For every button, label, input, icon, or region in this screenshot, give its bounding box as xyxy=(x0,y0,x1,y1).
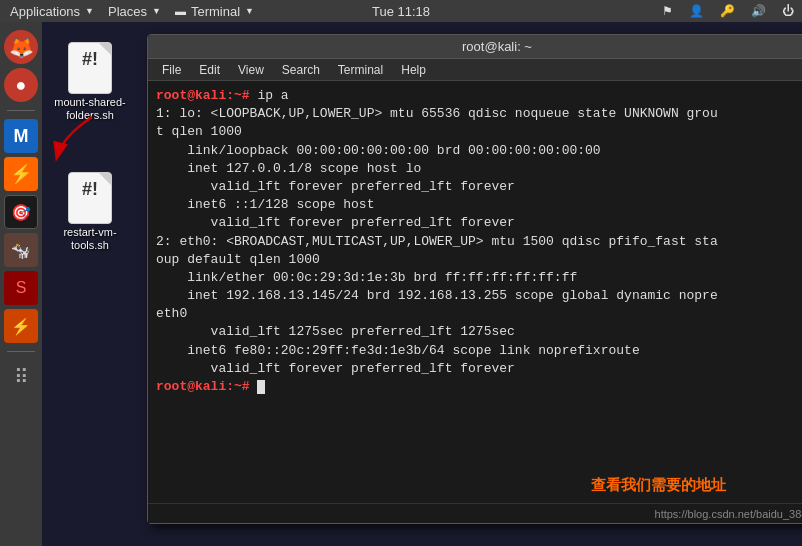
terminal-line-4: link/loopback 00:00:00:00:00:00 brd 00:0… xyxy=(156,142,802,160)
terminal-line-10: oup default qlen 1000 xyxy=(156,251,802,269)
terminal-prompt-2: root@kali:~# xyxy=(156,379,257,394)
taskbar-right: ⚑ 👤 🔑 🔊 ⏻ xyxy=(658,4,798,18)
browser-dock-icon[interactable]: 🦊 xyxy=(4,30,38,64)
terminal-menu-file[interactable]: File xyxy=(154,61,189,79)
tray-sound[interactable]: 🔊 xyxy=(747,4,770,18)
taskbar-datetime: Tue 11:18 xyxy=(372,4,430,19)
terminal-line-15: inet6 fe80::20c:29ff:fe3d:1e3b/64 scope … xyxy=(156,342,802,360)
places-label: Places xyxy=(108,4,147,19)
taskbar-left: Applications ▼ Places ▼ ▬ Terminal ▼ xyxy=(4,2,260,21)
circle-icon: ● xyxy=(16,75,27,96)
sound-icon: 🔊 xyxy=(751,4,766,18)
terminal-footer: https://blog.csdn.net/baidu_38803985 xyxy=(148,503,802,523)
mount-shared-folders-desktop-icon[interactable]: #! mount-shared-folders.sh xyxy=(50,40,130,126)
terminal-menubar: File Edit View Search Terminal Help xyxy=(148,59,802,81)
applications-label: Applications xyxy=(10,4,80,19)
terminal-label: Terminal xyxy=(191,4,240,19)
mount-shared-folders-label: mount-shared-folders.sh xyxy=(54,96,126,122)
power-icon: ⏻ xyxy=(782,4,794,18)
zaproxy-icon: 🎯 xyxy=(11,203,31,222)
taskbar: Applications ▼ Places ▼ ▬ Terminal ▼ Tue… xyxy=(0,0,802,22)
script-file-icon: #! xyxy=(68,42,112,94)
applications-arrow: ▼ xyxy=(85,6,94,16)
terminal-line-14: valid_lft 1275sec preferred_lft 1275sec xyxy=(156,323,802,341)
terminal-line-11: link/ether 00:0c:29:3d:1e:3b brd ff:ff:f… xyxy=(156,269,802,287)
dock-divider-2 xyxy=(7,351,35,352)
redtool-dock-icon[interactable]: ⚡ xyxy=(4,309,38,343)
beef-dock-icon[interactable]: 🐄 xyxy=(4,233,38,267)
terminal-menu-search[interactable]: Search xyxy=(274,61,328,79)
script-file-icon-2: #! xyxy=(68,172,112,224)
terminal-line-8: valid_lft forever preferred_lft forever xyxy=(156,214,802,232)
applications-menu[interactable]: Applications ▼ xyxy=(4,2,100,21)
terminal-menu[interactable]: ▬ Terminal ▼ xyxy=(169,2,260,21)
places-menu[interactable]: Places ▼ xyxy=(102,2,167,21)
restart-vm-tools-file-icon: #! xyxy=(66,174,114,222)
red-circle-dock-icon[interactable]: ● xyxy=(4,68,38,102)
browser-icon: 🦊 xyxy=(9,35,34,59)
restart-vm-tools-label: restart-vm-tools.sh xyxy=(54,226,126,252)
terminal-line-16: valid_lft forever preferred_lft forever xyxy=(156,360,802,378)
mount-shared-folders-file-icon: #! xyxy=(66,44,114,92)
dock-divider-1 xyxy=(7,110,35,111)
user-icon: 👤 xyxy=(689,4,704,18)
terminal-line-5: inet 127.0.0.1/8 scope host lo xyxy=(156,160,802,178)
terminal-window: root@kali: ~ File Edit View Search Termi… xyxy=(147,34,802,524)
terminal-line-6: valid_lft forever preferred_lft forever xyxy=(156,178,802,196)
terminal-titlebar: root@kali: ~ xyxy=(148,35,802,59)
tray-user[interactable]: 👤 xyxy=(685,4,708,18)
terminal-menu-edit[interactable]: Edit xyxy=(191,61,228,79)
dock: 🦊 ● M ⚡ 🎯 🐄 S ⚡ ⠿ xyxy=(0,22,42,546)
terminal-icon: ▬ xyxy=(175,5,186,17)
flag-icon: ⚑ xyxy=(662,4,673,18)
tray-indicator[interactable]: ⚑ xyxy=(658,4,677,18)
sqlmap-icon: S xyxy=(16,279,27,297)
terminal-line-3: t qlen 1000 xyxy=(156,123,802,141)
terminal-line-1: root@kali:~# ip a xyxy=(156,87,802,105)
file-corner xyxy=(99,43,111,55)
tray-network[interactable]: 🔑 xyxy=(716,4,739,18)
file-corner-2 xyxy=(99,173,111,185)
terminal-line-2: 1: lo: <LOOPBACK,UP,LOWER_UP> mtu 65536 … xyxy=(156,105,802,123)
terminal-line-17: root@kali:~# xyxy=(156,378,802,396)
terminal-title: root@kali: ~ xyxy=(462,39,532,54)
zaproxy-dock-icon[interactable]: 🎯 xyxy=(4,195,38,229)
tray-power[interactable]: ⏻ xyxy=(778,4,798,18)
terminal-menu-view[interactable]: View xyxy=(230,61,272,79)
terminal-arrow: ▼ xyxy=(245,6,254,16)
show-apps-dock-icon[interactable]: ⠿ xyxy=(4,360,38,394)
terminal-line-13: eth0 xyxy=(156,305,802,323)
terminal-menu-help[interactable]: Help xyxy=(393,61,434,79)
burpsuite-dock-icon[interactable]: ⚡ xyxy=(4,157,38,191)
burpsuite-icon: ⚡ xyxy=(10,163,32,185)
terminal-line-9: 2: eth0: <BROADCAST,MULTICAST,UP,LOWER_U… xyxy=(156,233,802,251)
redtool-icon: ⚡ xyxy=(11,317,31,336)
beef-icon: 🐄 xyxy=(11,241,31,260)
terminal-cursor xyxy=(257,380,265,394)
sqlmap-dock-icon[interactable]: S xyxy=(4,271,38,305)
places-arrow: ▼ xyxy=(152,6,161,16)
metasploit-icon: M xyxy=(14,126,29,147)
terminal-line-12: inet 192.168.13.145/24 brd 192.168.13.25… xyxy=(156,287,802,305)
terminal-prompt-1: root@kali:~# xyxy=(156,88,257,103)
network-icon: 🔑 xyxy=(720,4,735,18)
terminal-footer-link: https://blog.csdn.net/baidu_38803985 xyxy=(655,508,802,520)
metasploit-dock-icon[interactable]: M xyxy=(4,119,38,153)
terminal-line-7: inet6 ::1/128 scope host xyxy=(156,196,802,214)
terminal-cmd-1: ip a xyxy=(257,88,288,103)
desktop: #! mount-shared-folders.sh #! restart-vm… xyxy=(42,22,802,546)
restart-vm-tools-desktop-icon[interactable]: #! restart-vm-tools.sh xyxy=(50,170,130,256)
terminal-menu-terminal[interactable]: Terminal xyxy=(330,61,391,79)
terminal-body[interactable]: root@kali:~# ip a 1: lo: <LOOPBACK,UP,LO… xyxy=(148,81,802,503)
grid-icon: ⠿ xyxy=(14,365,29,389)
